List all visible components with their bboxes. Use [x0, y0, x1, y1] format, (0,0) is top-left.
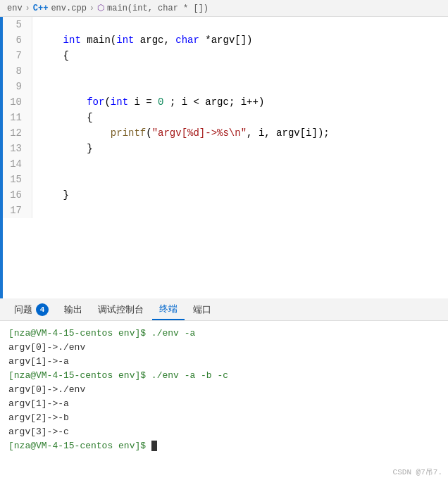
code-editor: 5 6 int main(int argc, char *argv[]) 7 {…: [0, 17, 448, 298]
code-line-11: 11 {: [3, 110, 448, 125]
line-num-6: 6: [3, 32, 32, 48]
code-line-14: 14: [3, 156, 448, 172]
code-line-15: 15: [3, 172, 448, 187]
tab-problems[interactable]: 问题 4: [7, 298, 56, 320]
line-content-16: }: [32, 187, 448, 203]
code-line-7: 7 {: [3, 48, 448, 63]
term-output-5: argv[2]->-b: [8, 412, 69, 423]
breadcrumb-func-icon: ⬡: [97, 3, 104, 13]
term-prompt-2: [nza@VM-4-15-centos env]$ ./env -a -b -c: [8, 370, 228, 381]
tab-debug-label: 调试控制台: [98, 303, 144, 316]
code-line-10: 10 for(int i = 0 ; i < argc; i++): [3, 94, 448, 110]
line-num-5: 5: [3, 17, 32, 32]
breadcrumb-func[interactable]: main(int, char * []): [107, 4, 209, 13]
line-content-5: [32, 17, 448, 32]
line-content-9: [32, 79, 448, 94]
fn-printf: printf: [111, 127, 146, 139]
code-line-12: 12 printf("argv[%d]->%s\n", i, argv[i]);: [3, 125, 448, 141]
line-num-16: 16: [3, 187, 32, 203]
code-line-6: 6 int main(int argc, char *argv[]): [3, 32, 448, 48]
tab-output-label: 输出: [64, 303, 82, 316]
line-num-11: 11: [3, 110, 32, 125]
terminal-line-6: argv[1]->-a: [8, 397, 440, 411]
term-prompt-1: [nza@VM-4-15-centos env]$ ./env -a: [8, 328, 195, 339]
tab-bar: 问题 4 输出 调试控制台 终端 端口: [0, 298, 448, 321]
terminal-line-2: argv[0]->./env: [8, 341, 440, 355]
code-line-17: 17: [3, 203, 448, 218]
breadcrumb-file[interactable]: env.cpp: [51, 4, 86, 13]
tab-terminal[interactable]: 终端: [152, 298, 185, 320]
term-output-3: argv[0]->./env: [8, 384, 85, 395]
term-prompt-3: [nza@VM-4-15-centos env]$: [8, 441, 151, 451]
line-content-7: {: [32, 48, 448, 63]
kw-int3: int: [111, 96, 128, 108]
line-num-15: 15: [3, 172, 32, 187]
terminal-line-3: argv[1]->-a: [8, 355, 440, 369]
terminal-cursor[interactable]: [151, 441, 157, 451]
term-output-4: argv[1]->-a: [8, 398, 69, 409]
terminal-line-5: argv[0]->./env: [8, 383, 440, 397]
tab-ports[interactable]: 端口: [186, 298, 218, 320]
breadcrumb-sep2: ›: [89, 4, 94, 13]
code-lines: 5 6 int main(int argc, char *argv[]) 7 {…: [3, 17, 448, 218]
line-num-10: 10: [3, 94, 32, 110]
line-content-15: [32, 172, 448, 187]
terminal-line-4: [nza@VM-4-15-centos env]$ ./env -a -b -c: [8, 369, 440, 383]
editor-content: 5 6 int main(int argc, char *argv[]) 7 {…: [3, 17, 448, 298]
line-content-8: [32, 63, 448, 79]
terminal-line-1: [nza@VM-4-15-centos env]$ ./env -a: [8, 327, 440, 341]
code-line-13: 13 }: [3, 141, 448, 156]
line-content-14: [32, 156, 448, 172]
code-line-8: 8: [3, 63, 448, 79]
kw-int: int: [63, 34, 81, 46]
line-content-13: }: [32, 141, 448, 156]
term-output-1: argv[0]->./env: [8, 342, 85, 353]
tab-output[interactable]: 输出: [57, 298, 89, 320]
terminal-line-7: argv[2]->-b: [8, 411, 440, 425]
line-num-9: 9: [3, 79, 32, 94]
watermark: CSDN @7吊7.: [393, 467, 442, 477]
tab-terminal-label: 终端: [159, 303, 178, 315]
line-content-11: {: [32, 110, 448, 125]
terminal-line-9: [nza@VM-4-15-centos env]$: [8, 439, 440, 453]
line-num-14: 14: [3, 156, 32, 172]
line-num-13: 13: [3, 141, 32, 156]
breadcrumb-env[interactable]: env: [7, 4, 23, 13]
line-num-17: 17: [3, 203, 32, 218]
num-0: 0: [158, 96, 163, 108]
line-num-7: 7: [3, 48, 32, 63]
terminal-line-8: argv[3]->-c: [8, 425, 440, 439]
tab-problems-badge: 4: [36, 303, 49, 316]
str-format: "argv[%d]->%s\n": [152, 127, 247, 139]
tab-ports-label: 端口: [193, 303, 211, 316]
breadcrumb: env › C++ env.cpp › ⬡ main(int, char * […: [0, 0, 448, 17]
breadcrumb-sep1: ›: [25, 4, 30, 13]
line-num-8: 8: [3, 63, 32, 79]
kw-int2: int: [116, 34, 134, 46]
terminal-panel: [nza@VM-4-15-centos env]$ ./env -a argv[…: [0, 321, 448, 480]
tab-problems-label: 问题: [14, 303, 32, 316]
code-line-5: 5: [3, 17, 448, 32]
breadcrumb-cpp-icon: C++: [33, 4, 49, 13]
line-content-12: printf("argv[%d]->%s\n", i, argv[i]);: [32, 125, 448, 141]
line-content-10: for(int i = 0 ; i < argc; i++): [32, 94, 448, 110]
term-output-2: argv[1]->-a: [8, 356, 69, 367]
code-line-16: 16 }: [3, 187, 448, 203]
tab-debug[interactable]: 调试控制台: [91, 298, 151, 320]
line-content-17: [32, 203, 448, 218]
line-num-12: 12: [3, 125, 32, 141]
kw-char: char: [175, 34, 199, 46]
line-content-6: int main(int argc, char *argv[]): [32, 32, 448, 48]
kw-for: for: [87, 96, 104, 108]
code-line-9: 9: [3, 79, 448, 94]
term-output-6: argv[3]->-c: [8, 427, 69, 437]
